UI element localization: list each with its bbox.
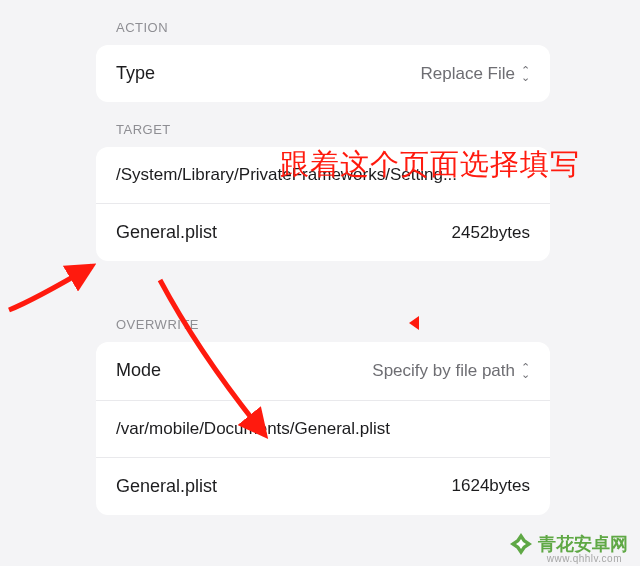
action-card: Type Replace File ⌃⌄ bbox=[96, 45, 550, 102]
type-label: Type bbox=[116, 63, 155, 84]
type-value-wrap: Replace File ⌃⌄ bbox=[421, 64, 531, 84]
updown-icon: ⌃⌄ bbox=[521, 67, 530, 80]
annotation-text: 跟着这个页面选择填写 bbox=[280, 145, 580, 185]
updown-icon: ⌃⌄ bbox=[521, 364, 530, 377]
mode-value-wrap: Specify by file path ⌃⌄ bbox=[372, 360, 530, 382]
target-file-row[interactable]: General.plist 2452bytes bbox=[96, 203, 550, 261]
watermark-url: www.qhhlv.com bbox=[547, 553, 622, 564]
mode-row[interactable]: Mode Specify by file path ⌃⌄ bbox=[96, 342, 550, 400]
overwrite-file-row[interactable]: General.plist 1624bytes bbox=[96, 457, 550, 515]
target-section-header: TARGET bbox=[0, 102, 640, 147]
action-section-header: ACTION bbox=[0, 0, 640, 45]
target-file-size: 2452bytes bbox=[452, 223, 530, 243]
overwrite-file-size: 1624bytes bbox=[452, 476, 530, 496]
target-file-name: General.plist bbox=[116, 222, 217, 243]
overwrite-file-name: General.plist bbox=[116, 476, 217, 497]
logo-icon bbox=[510, 533, 532, 555]
mode-value: Specify by file path bbox=[372, 360, 515, 382]
mode-label: Mode bbox=[116, 360, 161, 381]
type-value: Replace File bbox=[421, 64, 516, 84]
overwrite-path-row[interactable]: /var/mobile/Documents/General.plist bbox=[96, 400, 550, 457]
overwrite-section-header: OVERWRITE bbox=[0, 261, 640, 342]
type-row[interactable]: Type Replace File ⌃⌄ bbox=[96, 45, 550, 102]
triangle-icon bbox=[409, 316, 419, 330]
overwrite-card: Mode Specify by file path ⌃⌄ /var/mobile… bbox=[96, 342, 550, 515]
